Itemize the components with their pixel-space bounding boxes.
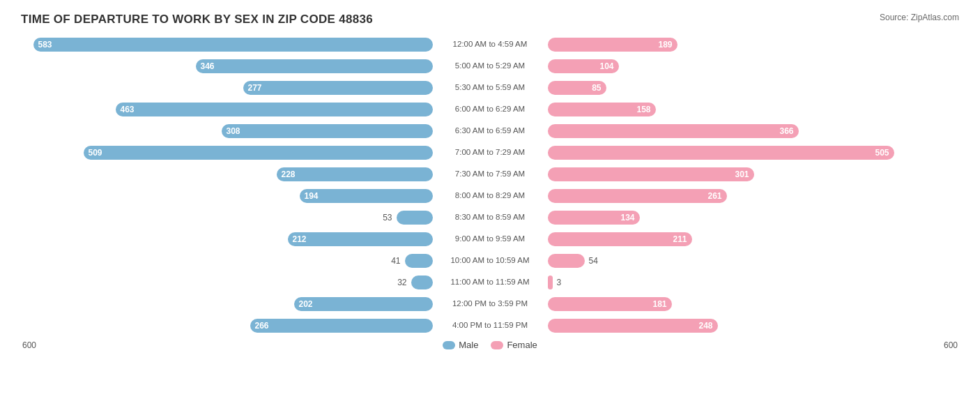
right-side: 505 <box>548 146 960 160</box>
female-value-inside: 301 <box>735 169 749 179</box>
legend-female: Female <box>491 340 537 350</box>
right-side: 189 <box>548 38 960 52</box>
legend-female-label: Female <box>507 340 537 350</box>
time-label: 12:00 AM to 4:59 AM <box>433 40 548 50</box>
female-bar: 104 <box>548 59 619 73</box>
bottom-row: 600 Male Female 600 <box>21 340 959 350</box>
left-side: 212 <box>21 232 433 246</box>
left-side: 202 <box>21 297 433 311</box>
female-bar: 134 <box>548 211 640 225</box>
female-bar: 85 <box>548 81 606 95</box>
bar-row: 538:30 AM to 8:59 AM134 <box>21 208 959 227</box>
male-bar: 212 <box>288 232 433 246</box>
right-side: 181 <box>548 297 960 311</box>
male-bar: 346 <box>196 59 433 73</box>
female-bar: 261 <box>548 189 727 203</box>
male-bar <box>405 254 433 268</box>
left-side: 266 <box>21 319 433 333</box>
legend-male-label: Male <box>459 340 478 350</box>
right-side: 54 <box>548 254 960 268</box>
bar-row: 2775:30 AM to 5:59 AM85 <box>21 78 959 98</box>
right-side: 211 <box>548 232 960 246</box>
female-swatch-icon <box>491 341 503 349</box>
bar-row: 2664:00 PM to 11:59 PM248 <box>21 316 959 335</box>
female-value-inside: 104 <box>599 61 613 71</box>
male-value-inside: 228 <box>282 169 296 179</box>
bar-row: 3086:30 AM to 6:59 AM366 <box>21 121 959 141</box>
bar-row: 20212:00 PM to 3:59 PM181 <box>21 294 959 314</box>
male-bar <box>397 211 433 225</box>
male-value-inside: 583 <box>38 40 52 50</box>
left-side: 32 <box>21 276 433 289</box>
male-swatch-icon <box>443 341 455 349</box>
male-bar: 583 <box>33 38 433 52</box>
right-side: 158 <box>548 103 960 116</box>
right-side: 3 <box>548 276 960 289</box>
male-bar: 194 <box>300 189 433 203</box>
time-label: 7:00 AM to 7:29 AM <box>433 148 548 158</box>
bar-row: 3465:00 AM to 5:29 AM104 <box>21 56 959 76</box>
time-label: 7:30 AM to 7:59 AM <box>433 169 548 179</box>
time-label: 6:30 AM to 6:59 AM <box>433 126 548 136</box>
female-value-inside: 134 <box>620 213 634 222</box>
female-bar: 505 <box>548 146 894 160</box>
male-bar: 266 <box>250 319 433 333</box>
right-side: 261 <box>548 189 960 203</box>
bar-row: 3211:00 AM to 11:59 AM3 <box>21 273 959 292</box>
male-value-inside: 266 <box>255 321 269 331</box>
axis-left: 600 <box>22 340 36 350</box>
female-bar: 211 <box>548 232 692 246</box>
right-side: 134 <box>548 211 960 225</box>
female-value-inside: 366 <box>779 126 793 136</box>
left-side: 277 <box>21 81 433 95</box>
female-bar <box>548 254 585 268</box>
right-side: 85 <box>548 81 960 95</box>
left-side: 463 <box>21 103 433 116</box>
female-bar: 181 <box>548 297 672 311</box>
female-value-inside: 505 <box>875 148 889 158</box>
male-value-inside: 308 <box>227 126 240 136</box>
right-side: 248 <box>548 319 960 333</box>
time-label: 12:00 PM to 3:59 PM <box>433 299 548 309</box>
female-value-inside: 261 <box>707 191 721 201</box>
female-value-outside: 54 <box>589 256 598 266</box>
female-bar: 189 <box>548 38 677 52</box>
left-side: 346 <box>21 59 433 73</box>
left-side: 228 <box>21 167 433 181</box>
female-bar: 366 <box>548 124 799 138</box>
chart-title: TIME OF DEPARTURE TO WORK BY SEX IN ZIP … <box>21 13 959 27</box>
male-value-inside: 277 <box>248 83 262 93</box>
female-bar: 248 <box>548 319 718 333</box>
legend-male: Male <box>443 340 478 350</box>
male-bar: 463 <box>116 103 433 116</box>
male-value-inside: 509 <box>89 148 102 158</box>
male-bar: 509 <box>84 146 433 160</box>
female-bar: 301 <box>548 167 754 181</box>
time-label: 5:00 AM to 5:29 AM <box>433 61 548 71</box>
time-label: 4:00 PM to 11:59 PM <box>433 321 548 331</box>
time-label: 6:00 AM to 6:29 AM <box>433 105 548 114</box>
right-side: 104 <box>548 59 960 73</box>
legend: Male Female <box>443 340 537 350</box>
male-value-outside: 32 <box>397 278 406 287</box>
male-value-inside: 463 <box>121 105 135 114</box>
time-label: 11:00 AM to 11:59 AM <box>433 278 548 287</box>
chart-container: TIME OF DEPARTURE TO WORK BY SEX IN ZIP … <box>0 0 980 415</box>
female-value-inside: 189 <box>658 40 672 50</box>
male-bar: 277 <box>243 81 433 95</box>
male-value-inside: 346 <box>201 61 215 71</box>
time-label: 10:00 AM to 10:59 AM <box>433 256 548 266</box>
male-value-inside: 202 <box>299 299 313 309</box>
time-label: 8:30 AM to 8:59 AM <box>433 213 548 222</box>
bar-row: 1948:00 AM to 8:29 AM261 <box>21 186 959 206</box>
male-bar: 228 <box>277 167 433 181</box>
female-value-outside: 3 <box>557 278 562 287</box>
male-value-inside: 212 <box>293 234 307 244</box>
female-bar: 158 <box>548 103 656 116</box>
male-value-outside: 41 <box>391 256 400 266</box>
male-value-inside: 194 <box>305 191 319 201</box>
left-side: 194 <box>21 189 433 203</box>
source-text: Source: ZipAtlas.com <box>880 13 959 22</box>
time-label: 9:00 AM to 9:59 AM <box>433 234 548 244</box>
bar-row: 2287:30 AM to 7:59 AM301 <box>21 165 959 184</box>
